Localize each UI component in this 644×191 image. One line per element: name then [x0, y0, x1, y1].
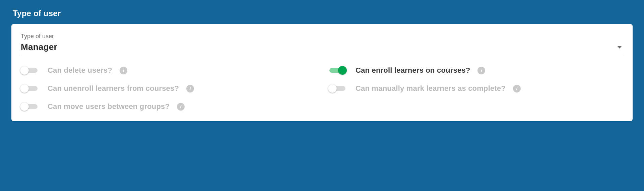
permission-row-mark-complete: Can manually mark learners as complete? …: [329, 84, 623, 93]
permission-label: Can unenroll learners from courses?: [48, 84, 179, 93]
type-of-user-select[interactable]: Manager: [21, 42, 623, 55]
permission-label: Can enroll learners on courses?: [356, 66, 470, 75]
permission-label: Can manually mark learners as complete?: [356, 84, 506, 93]
type-of-user-value: Manager: [21, 42, 617, 52]
section-title: Type of user: [13, 9, 633, 18]
permission-row-enroll-learners: Can enroll learners on courses? i: [329, 66, 623, 75]
toggle-delete-users[interactable]: [21, 67, 38, 74]
toggle-unenroll-learners[interactable]: [21, 85, 38, 92]
permission-label: Can move users between groups?: [48, 102, 170, 111]
user-type-card: Type of user Manager Can delete users? i…: [11, 24, 633, 121]
toggle-mark-complete[interactable]: [329, 85, 346, 92]
toggle-enroll-learners[interactable]: [329, 67, 346, 74]
permissions-grid: Can delete users? i Can enroll learners …: [21, 66, 623, 111]
info-icon[interactable]: i: [513, 85, 521, 92]
info-icon[interactable]: i: [177, 103, 185, 111]
info-icon[interactable]: i: [120, 67, 127, 74]
type-of-user-label: Type of user: [21, 33, 623, 40]
info-icon[interactable]: i: [186, 85, 194, 92]
permission-label: Can delete users?: [48, 66, 112, 75]
chevron-down-icon: [617, 46, 622, 49]
info-icon[interactable]: i: [477, 67, 485, 74]
permission-row-delete-users: Can delete users? i: [21, 66, 315, 75]
permission-row-move-groups: Can move users between groups? i: [21, 102, 315, 111]
toggle-move-groups[interactable]: [21, 103, 38, 110]
permission-row-unenroll-learners: Can unenroll learners from courses? i: [21, 84, 315, 93]
